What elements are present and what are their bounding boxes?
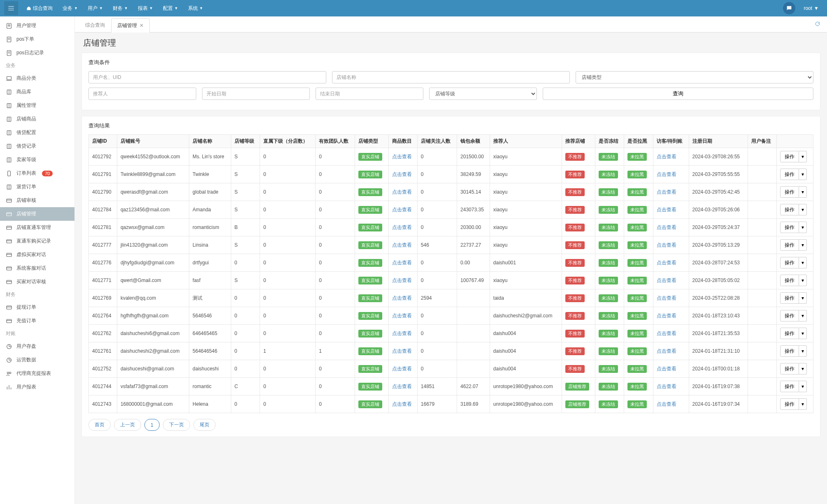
action-dropdown-button[interactable]: ▾ [799,239,807,251]
sidebar-item[interactable]: 借贷记录 [0,139,74,153]
sidebar-item[interactable]: 运营数据 [0,353,74,367]
sidebar-item[interactable]: pos下单 [0,32,74,46]
action-button[interactable]: 操作 [780,239,799,251]
visitor-link[interactable]: 点击查看 [657,207,676,213]
filter-user-input[interactable] [88,71,326,83]
goods-link[interactable]: 点击查看 [392,224,412,230]
action-dropdown-button[interactable]: ▾ [799,169,807,180]
goods-link[interactable]: 点击查看 [392,260,412,266]
action-button[interactable]: 操作 [780,275,799,286]
action-button[interactable]: 操作 [780,328,799,339]
goods-link[interactable]: 点击查看 [392,384,412,389]
sidebar-item[interactable]: 店铺管理 [0,207,74,221]
page-prev-button[interactable]: 上一页 [114,419,141,431]
filter-shoplevel-select[interactable]: 店铺等级 [429,88,537,100]
sidebar-item[interactable]: 用户管理 [0,19,74,32]
tab-close-icon[interactable]: ✕ [139,23,144,28]
action-button[interactable]: 操作 [780,398,799,410]
goods-link[interactable]: 点击查看 [392,171,412,177]
page-next-button[interactable]: 下一页 [163,419,190,431]
sidebar-item[interactable]: 订单列表70 [0,166,74,180]
action-button[interactable]: 操作 [780,204,799,215]
visitor-link[interactable]: 点击查看 [657,295,676,301]
filter-shoptype-select[interactable]: 店铺类型 [576,71,813,83]
sidebar-item[interactable]: 直通车购买记录 [0,234,74,248]
action-dropdown-button[interactable]: ▾ [799,292,807,304]
sidebar-item[interactable]: 退货订单 [0,180,74,194]
visitor-link[interactable]: 点击查看 [657,313,676,319]
page-current-button[interactable]: 1 [144,419,160,431]
action-dropdown-button[interactable]: ▾ [799,257,807,268]
goods-link[interactable]: 点击查看 [392,366,412,372]
page-first-button[interactable]: 首页 [88,419,111,431]
action-button[interactable]: 操作 [780,257,799,268]
action-button[interactable]: 操作 [780,186,799,198]
action-dropdown-button[interactable]: ▾ [799,275,807,286]
sidebar-item[interactable]: 提现订单 [0,301,74,314]
action-button[interactable]: 操作 [780,363,799,375]
visitor-link[interactable]: 点击查看 [657,260,676,266]
filter-startdate-input[interactable] [202,88,310,100]
goods-link[interactable]: 点击查看 [392,189,412,195]
sidebar-item[interactable]: 店铺审核 [0,194,74,207]
user-menu[interactable]: root ▼ [799,5,823,11]
sidebar-item[interactable]: 借贷配置 [0,126,74,139]
action-dropdown-button[interactable]: ▾ [799,381,807,392]
nav-item[interactable]: 用户▼ [83,5,108,12]
visitor-link[interactable]: 点击查看 [657,384,676,389]
visitor-link[interactable]: 点击查看 [657,154,676,160]
action-dropdown-button[interactable]: ▾ [799,398,807,410]
filter-enddate-input[interactable] [316,88,423,100]
visitor-link[interactable]: 点击查看 [657,171,676,177]
page-last-button[interactable]: 尾页 [193,419,216,431]
action-dropdown-button[interactable]: ▾ [799,310,807,321]
filter-shopname-input[interactable] [332,71,570,83]
goods-link[interactable]: 点击查看 [392,242,412,248]
goods-link[interactable]: 点击查看 [392,207,412,213]
nav-item[interactable]: 财务▼ [108,5,133,12]
sidebar-item[interactable]: 用户报表 [0,380,74,394]
visitor-link[interactable]: 点击查看 [657,401,676,407]
nav-item[interactable]: 报表▼ [133,5,158,12]
goods-link[interactable]: 点击查看 [392,295,412,301]
visitor-link[interactable]: 点击查看 [657,242,676,248]
refresh-button[interactable] [812,18,823,30]
nav-home[interactable]: 综合查询 [21,5,58,12]
sidebar-item[interactable]: pos日志记录 [0,46,74,60]
action-dropdown-button[interactable]: ▾ [799,328,807,339]
action-dropdown-button[interactable]: ▾ [799,186,807,198]
action-button[interactable]: 操作 [780,151,799,162]
sidebar-item[interactable]: 用户存盘 [0,340,74,353]
action-dropdown-button[interactable]: ▾ [799,222,807,233]
action-button[interactable]: 操作 [780,381,799,392]
sidebar-item[interactable]: 虚拟买家对话 [0,248,74,261]
goods-link[interactable]: 点击查看 [392,313,412,319]
goods-link[interactable]: 点击查看 [392,154,412,160]
content-tab[interactable]: 店铺管理✕ [111,18,150,32]
chat-button[interactable] [783,2,795,14]
sidebar-item[interactable]: 买家对话审核 [0,275,74,289]
visitor-link[interactable]: 点击查看 [657,189,676,195]
visitor-link[interactable]: 点击查看 [657,224,676,230]
nav-item[interactable]: 系统▼ [183,5,208,12]
visitor-link[interactable]: 点击查看 [657,277,676,283]
sidebar-item[interactable]: 代理商充提报表 [0,367,74,380]
action-button[interactable]: 操作 [780,222,799,233]
action-button[interactable]: 操作 [780,292,799,304]
action-button[interactable]: 操作 [780,169,799,180]
menu-toggle-button[interactable] [4,1,18,15]
action-dropdown-button[interactable]: ▾ [799,204,807,215]
sidebar-item[interactable]: 卖家等级 [0,153,74,166]
nav-item[interactable]: 配置▼ [158,5,183,12]
goods-link[interactable]: 点击查看 [392,331,412,336]
goods-link[interactable]: 点击查看 [392,277,412,283]
sidebar-item[interactable]: 系统客服对话 [0,261,74,275]
sidebar-item[interactable]: 店铺商品 [0,112,74,126]
sidebar-item[interactable]: 店铺直通车管理 [0,221,74,234]
action-dropdown-button[interactable]: ▾ [799,345,807,357]
visitor-link[interactable]: 点击查看 [657,331,676,336]
sidebar-item[interactable]: 充值订单 [0,314,74,328]
visitor-link[interactable]: 点击查看 [657,348,676,354]
action-dropdown-button[interactable]: ▾ [799,363,807,375]
sidebar-item[interactable]: 属性管理 [0,99,74,112]
